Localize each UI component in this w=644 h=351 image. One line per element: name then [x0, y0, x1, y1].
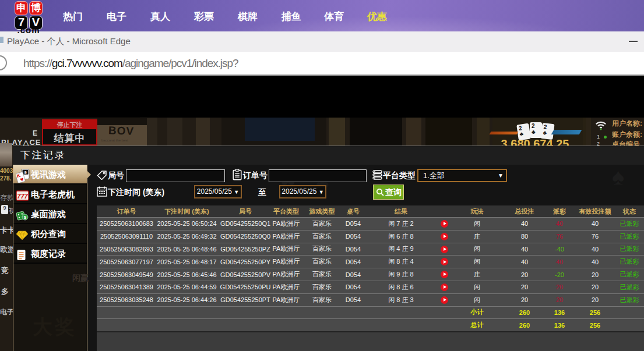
svg-text:9: 9: [24, 170, 26, 175]
svg-text:777: 777: [17, 193, 28, 200]
svg-text:$: $: [24, 215, 27, 220]
